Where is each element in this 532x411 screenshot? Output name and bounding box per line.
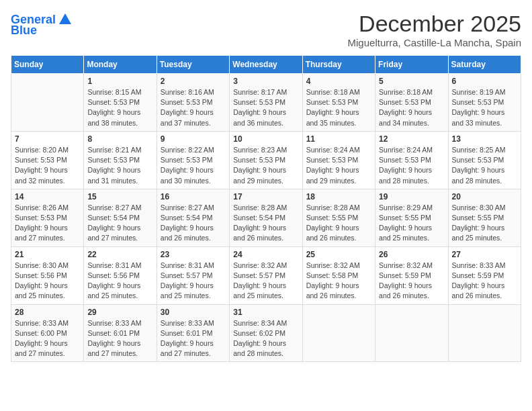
day-number: 9 [161,134,226,144]
calendar-week-3: 14Sunrise: 8:26 AMSunset: 5:53 PMDayligh… [11,189,521,246]
logo-icon [58,12,73,27]
day-number: 14 [15,192,80,201]
day-info: Sunrise: 8:33 AMSunset: 6:01 PMDaylight:… [161,318,226,359]
day-number: 19 [379,192,444,201]
day-info: Sunrise: 8:32 AMSunset: 5:59 PMDaylight:… [379,261,444,302]
day-number: 22 [87,250,152,259]
day-number: 4 [306,77,371,86]
day-number: 6 [452,77,517,86]
calendar-week-4: 21Sunrise: 8:30 AMSunset: 5:56 PMDayligh… [11,246,521,304]
day-info: Sunrise: 8:30 AMSunset: 5:56 PMDaylight:… [15,261,80,302]
day-number: 26 [379,250,444,259]
weekday-header-saturday: Saturday [448,56,521,74]
weekday-header-thursday: Thursday [302,56,375,74]
calendar-cell: 18Sunrise: 8:28 AMSunset: 5:55 PMDayligh… [302,189,375,246]
day-number: 1 [87,77,152,86]
day-info: Sunrise: 8:27 AMSunset: 5:54 PMDaylight:… [87,203,152,244]
calendar-cell: 30Sunrise: 8:33 AMSunset: 6:01 PMDayligh… [157,304,229,362]
calendar-cell: 27Sunrise: 8:33 AMSunset: 5:59 PMDayligh… [448,246,521,304]
calendar-cell: 24Sunrise: 8:32 AMSunset: 5:57 PMDayligh… [230,246,302,304]
day-info: Sunrise: 8:23 AMSunset: 5:53 PMDaylight:… [233,145,298,186]
calendar-cell: 3Sunrise: 8:17 AMSunset: 5:53 PMDaylight… [230,74,302,132]
day-number: 30 [161,308,226,317]
weekday-header-sunday: Sunday [11,56,84,74]
day-info: Sunrise: 8:33 AMSunset: 6:01 PMDaylight:… [87,318,152,359]
day-number: 13 [452,134,517,144]
calendar-cell: 20Sunrise: 8:30 AMSunset: 5:55 PMDayligh… [448,189,521,246]
day-info: Sunrise: 8:30 AMSunset: 5:55 PMDaylight:… [452,203,517,244]
day-number: 10 [233,134,298,144]
calendar-cell: 28Sunrise: 8:33 AMSunset: 6:00 PMDayligh… [11,304,84,362]
calendar-cell: 19Sunrise: 8:29 AMSunset: 5:55 PMDayligh… [375,189,448,246]
day-info: Sunrise: 8:26 AMSunset: 5:53 PMDaylight:… [15,203,80,244]
day-info: Sunrise: 8:33 AMSunset: 5:59 PMDaylight:… [452,261,517,302]
day-number: 25 [306,250,371,259]
day-info: Sunrise: 8:28 AMSunset: 5:55 PMDaylight:… [306,203,371,244]
calendar-cell: 14Sunrise: 8:26 AMSunset: 5:53 PMDayligh… [11,189,84,246]
day-number: 23 [161,250,226,259]
svg-marker-0 [59,13,71,24]
calendar-cell: 21Sunrise: 8:30 AMSunset: 5:56 PMDayligh… [11,246,84,304]
day-info: Sunrise: 8:19 AMSunset: 5:53 PMDaylight:… [452,87,517,128]
day-number: 24 [233,250,298,259]
day-number: 11 [306,134,371,144]
title-block: December 2025 Miguelturra, Castille-La M… [348,11,521,48]
calendar-cell: 2Sunrise: 8:16 AMSunset: 5:53 PMDaylight… [157,74,229,132]
calendar-table: SundayMondayTuesdayWednesdayThursdayFrid… [11,55,521,362]
calendar-cell: 25Sunrise: 8:32 AMSunset: 5:58 PMDayligh… [302,246,375,304]
day-number: 18 [306,192,371,201]
day-info: Sunrise: 8:18 AMSunset: 5:53 PMDaylight:… [379,87,444,128]
day-info: Sunrise: 8:25 AMSunset: 5:53 PMDaylight:… [452,145,517,186]
day-info: Sunrise: 8:27 AMSunset: 5:54 PMDaylight:… [161,203,226,244]
day-info: Sunrise: 8:32 AMSunset: 5:57 PMDaylight:… [233,261,298,302]
calendar-body: 1Sunrise: 8:15 AMSunset: 5:53 PMDaylight… [11,74,521,362]
day-info: Sunrise: 8:29 AMSunset: 5:55 PMDaylight:… [379,203,444,244]
weekday-header-friday: Friday [375,56,448,74]
calendar-cell [448,304,521,362]
calendar-cell [11,74,84,132]
calendar-cell: 1Sunrise: 8:15 AMSunset: 5:53 PMDaylight… [84,74,157,132]
day-info: Sunrise: 8:16 AMSunset: 5:53 PMDaylight:… [161,87,226,128]
day-number: 16 [161,192,226,201]
location-text: Miguelturra, Castille-La Mancha, Spain [348,37,521,48]
calendar-cell: 31Sunrise: 8:34 AMSunset: 6:02 PMDayligh… [230,304,302,362]
calendar-cell: 9Sunrise: 8:22 AMSunset: 5:53 PMDaylight… [157,131,229,189]
day-number: 28 [15,308,80,317]
day-info: Sunrise: 8:31 AMSunset: 5:57 PMDaylight:… [161,261,226,302]
calendar-cell: 15Sunrise: 8:27 AMSunset: 5:54 PMDayligh… [84,189,157,246]
day-info: Sunrise: 8:32 AMSunset: 5:58 PMDaylight:… [306,261,371,302]
calendar-header: SundayMondayTuesdayWednesdayThursdayFrid… [11,56,521,74]
day-number: 29 [87,308,152,317]
day-info: Sunrise: 8:34 AMSunset: 6:02 PMDaylight:… [233,318,298,359]
calendar-cell: 6Sunrise: 8:19 AMSunset: 5:53 PMDaylight… [448,74,521,132]
day-number: 5 [379,77,444,86]
day-info: Sunrise: 8:24 AMSunset: 5:53 PMDaylight:… [306,145,371,186]
calendar-cell: 17Sunrise: 8:28 AMSunset: 5:54 PMDayligh… [230,189,302,246]
weekday-header-wednesday: Wednesday [230,56,302,74]
day-number: 3 [233,77,298,86]
day-info: Sunrise: 8:20 AMSunset: 5:53 PMDaylight:… [15,145,80,186]
calendar-cell: 7Sunrise: 8:20 AMSunset: 5:53 PMDaylight… [11,131,84,189]
day-info: Sunrise: 8:15 AMSunset: 5:53 PMDaylight:… [87,87,152,128]
calendar-cell: 8Sunrise: 8:21 AMSunset: 5:53 PMDaylight… [84,131,157,189]
calendar-cell [375,304,448,362]
day-number: 8 [87,134,152,144]
calendar-cell: 10Sunrise: 8:23 AMSunset: 5:53 PMDayligh… [230,131,302,189]
day-info: Sunrise: 8:18 AMSunset: 5:53 PMDaylight:… [306,87,371,128]
calendar-cell: 22Sunrise: 8:31 AMSunset: 5:56 PMDayligh… [84,246,157,304]
calendar-cell: 12Sunrise: 8:24 AMSunset: 5:53 PMDayligh… [375,131,448,189]
page-header: General Blue December 2025 Miguelturra, … [11,11,521,48]
day-number: 7 [15,134,80,144]
calendar-cell: 5Sunrise: 8:18 AMSunset: 5:53 PMDaylight… [375,74,448,132]
day-number: 21 [15,250,80,259]
calendar-week-5: 28Sunrise: 8:33 AMSunset: 6:00 PMDayligh… [11,304,521,362]
day-info: Sunrise: 8:31 AMSunset: 5:56 PMDaylight:… [87,261,152,302]
month-title: December 2025 [348,11,521,37]
weekday-row: SundayMondayTuesdayWednesdayThursdayFrid… [11,56,521,74]
calendar-cell: 26Sunrise: 8:32 AMSunset: 5:59 PMDayligh… [375,246,448,304]
logo-text-blue: Blue [11,24,37,38]
weekday-header-monday: Monday [84,56,157,74]
calendar-week-2: 7Sunrise: 8:20 AMSunset: 5:53 PMDaylight… [11,131,521,189]
calendar-cell: 4Sunrise: 8:18 AMSunset: 5:53 PMDaylight… [302,74,375,132]
day-info: Sunrise: 8:21 AMSunset: 5:53 PMDaylight:… [87,145,152,186]
